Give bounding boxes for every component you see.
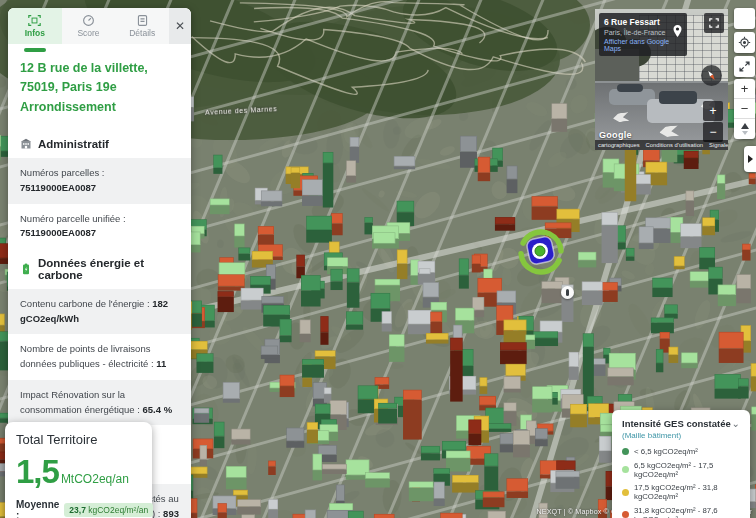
legend-title: Intensité GES constatée — [622, 418, 731, 429]
chevron-down-icon[interactable]: ⌄ — [732, 421, 740, 427]
section-title: Administratif — [38, 138, 109, 150]
tab-label: Score — [77, 28, 99, 38]
street-view-address-card: 6 Rue Fessart Paris, Île-de-France Affic… — [599, 13, 687, 56]
tilt-icon — [741, 123, 749, 135]
note-icon — [136, 14, 149, 27]
total-territoire-card: Total Territoire 1,5 MtCO2eq/an Moyenne … — [5, 422, 152, 518]
map-zoom-controls: + − — [734, 79, 755, 139]
info-row: Impact Rénovation sur la consommation én… — [8, 380, 191, 425]
zoom-in-button[interactable]: + — [734, 79, 755, 99]
chevron-right-icon — [748, 155, 753, 163]
battery-energy-icon — [20, 263, 32, 275]
legend-panel: Intensité GES constatée ⌄ (Maille bâtime… — [612, 410, 750, 518]
street-view-fullscreen-button[interactable] — [704, 13, 724, 33]
legend-dot — [622, 448, 629, 455]
legend-dot — [622, 489, 629, 496]
marker-icon — [514, 225, 568, 279]
map-tool-button[interactable] — [734, 8, 755, 29]
tab-infos[interactable]: Infos — [8, 8, 62, 44]
tab-score[interactable]: Score — [62, 8, 116, 44]
selected-building-marker[interactable] — [514, 225, 568, 283]
fullscreen-map-button[interactable] — [734, 56, 755, 77]
street-view-zoom-controls: + − — [703, 101, 723, 142]
total-value: 1,5 — [16, 455, 59, 488]
close-panel-button[interactable]: ✕ — [169, 8, 191, 44]
panel-expand-tab[interactable] — [744, 146, 756, 172]
street-view-inset[interactable]: 6 Rue Fessart Paris, Île-de-France Affic… — [595, 9, 728, 150]
target-icon — [738, 36, 751, 49]
info-row: Nombre de points de livraisons données p… — [8, 334, 191, 379]
open-google-maps-link[interactable]: Afficher dans Google Maps — [604, 38, 682, 52]
street-view-compass[interactable] — [701, 65, 722, 86]
tab-label: Détails — [129, 28, 155, 38]
legend-item: < 6,5 kgCO2eq/m² — [622, 447, 740, 456]
legend-item: 17,5 kgCO2eq/m² - 31,8 kgCO2eq/m² — [622, 483, 740, 501]
info-row: Numéro parcelle unifiée : 75119000EA0087 — [8, 204, 191, 249]
info-row: Numéros parcelles : 75119000EA0087 — [8, 158, 191, 203]
app-window: Avenue des Marnes Infos Sco — [0, 0, 756, 518]
section-title: Données énergie et carbone — [38, 257, 179, 281]
map-pin-icon — [673, 25, 682, 37]
compass-needle-icon — [702, 66, 720, 84]
pegman-icon[interactable] — [561, 286, 574, 299]
tab-details[interactable]: Détails — [115, 8, 169, 44]
legend-dot — [622, 511, 629, 518]
street-view-address: 6 Rue Fessart — [604, 17, 682, 27]
google-logo: Google — [599, 130, 632, 140]
geolocate-button[interactable] — [734, 32, 755, 53]
section-energie-carbone: Données énergie et carbone — [8, 249, 191, 289]
average-badge: 23,7 kgCO2eq/m²/an — [64, 503, 153, 517]
building-scan-icon — [28, 14, 41, 27]
close-icon: ✕ — [175, 19, 185, 33]
terms-link[interactable]: Conditions d'utilisation — [646, 142, 704, 148]
average-label: Moyenne : — [16, 499, 59, 518]
report-problem-link[interactable]: Signaler un problème — [709, 142, 728, 148]
street-view-attribution: cartographiques Conditions d'utilisation… — [595, 140, 728, 150]
address-title: 12 B rue de la villette, 75019, Paris 19… — [8, 44, 191, 130]
total-title: Total Territoire — [16, 432, 141, 447]
panel-tabbar: Infos Score Détails ✕ — [8, 8, 191, 44]
gauge-icon — [82, 14, 95, 27]
street-view-zoom-out-button[interactable]: − — [703, 122, 723, 142]
legend-dot — [622, 466, 629, 473]
total-unit: MtCO2eq/an — [61, 472, 129, 486]
street-view-zoom-in-button[interactable]: + — [703, 101, 723, 121]
expand-arrows-icon — [738, 60, 751, 73]
info-row: Contenu carbone de l'énergie : 182 gCO2e… — [8, 289, 191, 334]
tab-label: Infos — [25, 28, 45, 38]
tilt-compass-button[interactable] — [734, 119, 755, 139]
zoom-out-button[interactable]: − — [734, 99, 755, 119]
legend-subtitle: (Maille bâtiment) — [622, 431, 740, 440]
section-administratif: Administratif — [8, 130, 191, 158]
legend-item: 31,8 kgCO2eq/m² - 87,6 kgCO2eq/m² — [622, 506, 740, 518]
fullscreen-icon — [709, 18, 719, 28]
building-icon — [20, 138, 32, 150]
legend-item: 6,5 kgCO2eq/m² - 17,5 kgCO2eq/m² — [622, 461, 740, 479]
street-view-region: Paris, Île-de-France — [604, 29, 682, 36]
